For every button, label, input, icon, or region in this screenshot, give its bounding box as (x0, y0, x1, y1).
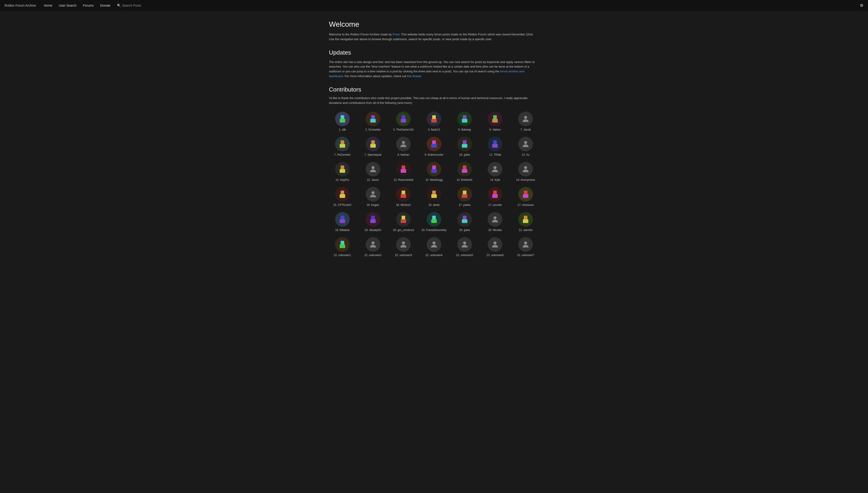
contributor-name: 12. MetsDogg (426, 178, 443, 181)
contributor-item[interactable]: 10. gskw (451, 137, 478, 156)
contributor-item[interactable]: 12. Jaxon (359, 162, 387, 181)
contributor-avatar (518, 112, 533, 126)
contributor-item[interactable]: 2. Scrizeebe (359, 112, 387, 131)
contributor-item[interactable]: 12. Ravenshield (390, 162, 417, 181)
contributor-avatar (488, 212, 502, 227)
contributor-item[interactable]: 7. PeZsmistic (329, 137, 356, 156)
contributor-item[interactable]: 17. pokita (451, 187, 478, 207)
contributor-item[interactable]: 12. Az (512, 137, 539, 156)
contributor-avatar (335, 212, 350, 227)
contributor-item[interactable]: 1. zlib (329, 112, 356, 131)
contributor-avatar (366, 212, 380, 227)
contributor-item[interactable]: 20. FractalGeometry (420, 212, 448, 232)
contributor-item[interactable]: 12. HayPro (329, 162, 356, 181)
contributor-item[interactable]: 16. MertesX (390, 187, 417, 207)
contributor-item[interactable]: 22. unknown2 (359, 237, 387, 257)
contributor-item[interactable]: 3. TheGamer101 (390, 112, 417, 131)
contributor-name: 21. sternful (519, 229, 532, 232)
svg-point-27 (371, 166, 374, 169)
contributor-item[interactable]: 17. minsauce (512, 187, 539, 207)
contributor-item[interactable]: 18. Billabob (329, 212, 356, 232)
nav-home[interactable]: Home (42, 3, 55, 8)
svg-rect-44 (462, 194, 467, 198)
svg-rect-2 (371, 115, 375, 119)
search-placeholder: Search Posts (122, 4, 141, 7)
contributor-item[interactable]: 14. Kyle (482, 162, 509, 181)
frost-link[interactable]: Frost (393, 33, 399, 36)
contributor-item[interactable]: 7. Spectaqual (359, 137, 387, 156)
contributors-grid: 1. zlib 2. Scrizeebe 3. TheGamer101 4. f… (329, 112, 539, 257)
contributor-item[interactable]: 9. DoktorLecter (420, 137, 448, 156)
contributor-item[interactable]: 16. Kegan (359, 187, 387, 207)
settings-icon[interactable]: ⚙ (860, 3, 864, 8)
contributor-item[interactable]: 8. Nathan (390, 137, 417, 156)
contributor-item[interactable]: 22. unknown4 (420, 237, 448, 257)
contributor-name: 13. firefeind1 (457, 178, 472, 181)
contributor-item[interactable]: 16. denki (420, 187, 448, 207)
contributor-item[interactable]: 20. Nicolas (482, 212, 509, 232)
contributor-item[interactable]: 22. unknown3 (390, 237, 417, 257)
main-content: Welcome Welcome to the Roblox Forum Arch… (324, 11, 544, 266)
contributor-name: 5. Baheeg (458, 128, 471, 131)
svg-point-67 (463, 241, 466, 244)
svg-point-69 (524, 241, 527, 244)
svg-point-34 (494, 166, 497, 169)
svg-rect-18 (432, 141, 436, 144)
svg-rect-21 (462, 144, 467, 148)
contributor-avatar (335, 187, 350, 201)
contributor-item[interactable]: 5. Baheeg (451, 112, 478, 131)
contributor-item[interactable]: 22. unknown6 (482, 237, 509, 257)
contributor-item[interactable]: 4. flade13 (420, 112, 448, 131)
contributor-item[interactable]: 14. Anonymous (512, 162, 539, 181)
contributor-item[interactable]: 17. younite (482, 187, 509, 207)
svg-rect-50 (340, 219, 345, 223)
contributor-item[interactable]: 11. TDfall (482, 137, 509, 156)
svg-rect-36 (340, 191, 344, 194)
svg-rect-33 (462, 169, 467, 173)
svg-rect-47 (524, 191, 528, 194)
contributor-item[interactable]: 7. Jacob (512, 112, 539, 131)
thread-link[interactable]: this thread (407, 74, 421, 78)
nav-user-search[interactable]: User Search (57, 3, 79, 8)
contributor-name: 20. gm_construct (393, 229, 414, 232)
contributor-name: 20. gskw (459, 229, 470, 232)
svg-rect-7 (431, 119, 437, 123)
dashboard-link[interactable]: forum archive user dashboard (329, 70, 525, 78)
nav-forums[interactable]: Forums (81, 3, 96, 8)
contributor-name: 1. zlib (339, 128, 346, 131)
contributor-avatar (396, 237, 411, 252)
svg-rect-46 (492, 194, 498, 198)
svg-rect-15 (371, 141, 375, 144)
updates-title: Updates (329, 49, 539, 56)
contributor-item[interactable]: 12. MetsDogg (420, 162, 448, 181)
svg-point-17 (402, 141, 405, 144)
svg-point-64 (371, 241, 374, 244)
contributor-name: 22. unknown1 (334, 254, 351, 257)
contributor-name: 16. denki (429, 203, 440, 207)
svg-point-59 (494, 216, 497, 219)
contributor-name: 12. Az (522, 153, 529, 156)
contributor-avatar (488, 187, 502, 201)
contributor-item[interactable]: 22. unknown7 (512, 237, 539, 257)
svg-point-35 (524, 166, 527, 169)
nav-donate[interactable]: Donate (98, 3, 112, 8)
svg-rect-53 (401, 216, 405, 219)
contributor-name: 7. Jacob (520, 128, 531, 131)
svg-rect-26 (340, 169, 345, 173)
svg-rect-14 (340, 144, 345, 148)
contributor-item[interactable]: 22. unknown1 (329, 237, 356, 257)
contributor-item[interactable]: 22. unknown5 (451, 237, 478, 257)
svg-rect-55 (432, 216, 436, 219)
search-icon: 🔍 (117, 4, 121, 7)
contributor-item[interactable]: 20. gskw (451, 212, 478, 232)
contributor-item[interactable]: 15. CPTKurkIV (329, 187, 356, 207)
svg-rect-49 (340, 216, 344, 219)
contributor-item[interactable]: 20. gm_construct (390, 212, 417, 232)
contributor-item[interactable]: 13. firefeind1 (451, 162, 478, 181)
contributor-item[interactable]: 6. Vaktus (482, 112, 509, 131)
contributor-avatar (457, 137, 472, 151)
search-posts-button[interactable]: 🔍 Search Posts (115, 3, 143, 8)
svg-rect-29 (401, 169, 406, 173)
contributor-item[interactable]: 21. sternful (512, 212, 539, 232)
contributor-item[interactable]: 19. SteadyOn (359, 212, 387, 232)
